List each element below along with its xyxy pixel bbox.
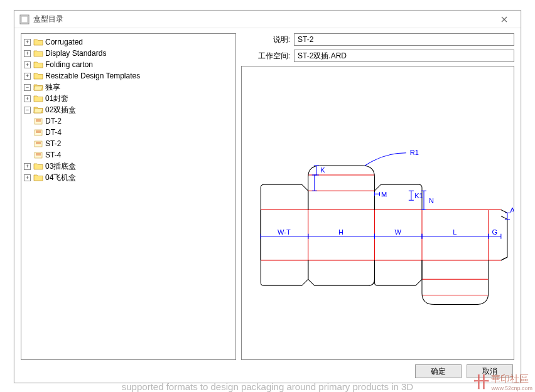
svg-rect-3 [35, 130, 42, 135]
tree-item-03[interactable]: + 03插底盒 [23, 161, 234, 172]
folder-icon [33, 94, 43, 103]
tree-label: Resizable Design Templates [45, 72, 140, 80]
folder-open-icon [33, 105, 43, 114]
folder-icon [33, 72, 43, 80]
expand-icon[interactable]: + [24, 39, 31, 46]
tree-item-01[interactable]: + 01封套 [23, 93, 234, 104]
dim-n: N [429, 197, 434, 204]
tree-item-02[interactable]: − 02双插盒 [23, 104, 234, 115]
expand-icon[interactable]: + [24, 61, 31, 68]
tree-panel[interactable]: + Corrugated + Display Standards [21, 33, 236, 360]
folder-icon [33, 60, 43, 69]
expand-icon[interactable]: + [24, 163, 31, 170]
close-icon [501, 16, 507, 23]
svg-rect-4 [35, 141, 42, 147]
folder-open-icon [33, 83, 43, 92]
preview-panel: R1 K M K1 N A W-T H W L G [241, 66, 514, 360]
dim-k1: K1 [414, 192, 423, 199]
titlebar: 盒型目录 [14, 11, 521, 28]
close-button[interactable] [493, 13, 516, 26]
dim-h: H [338, 228, 343, 236]
tree-label: ST-4 [45, 151, 61, 159]
dieline-drawing: R1 K M K1 N A W-T H W L G [242, 66, 514, 359]
box-icon [33, 139, 43, 148]
tree-label: 01封套 [45, 93, 68, 104]
expand-icon[interactable]: + [24, 50, 31, 57]
dim-m: M [381, 191, 387, 198]
tree-item-display-standards[interactable]: + Display Standards [23, 48, 234, 59]
dim-wt: W-T [278, 228, 291, 236]
folder-icon [33, 173, 43, 182]
content-area: + Corrugated + Display Standards [14, 28, 521, 360]
tree-item-st2[interactable]: ST-2 [23, 138, 234, 149]
dialog: 盒型目录 + Corrugated [14, 10, 521, 383]
tree-label: 02双插盒 [45, 105, 76, 115]
ok-button[interactable]: 确定 [415, 364, 462, 378]
svg-rect-1 [21, 16, 28, 23]
tree-label: 独享 [45, 82, 60, 93]
tree: + Corrugated + Display Standards [23, 36, 234, 183]
expand-icon[interactable]: + [24, 73, 31, 80]
tree-label: ST-2 [45, 139, 61, 148]
app-icon [19, 14, 30, 24]
tree-item-corrugated[interactable]: + Corrugated [23, 36, 234, 48]
tree-item-dt2[interactable]: DT-2 [23, 115, 234, 127]
dim-l: L [453, 228, 457, 236]
expand-icon[interactable]: + [24, 95, 31, 102]
workspace-label: 工作空间: [241, 51, 290, 61]
dim-w: W [394, 228, 401, 236]
right-panel: 说明: 工作空间: [241, 33, 514, 360]
box-icon [33, 117, 43, 125]
tree-label: 04飞机盒 [45, 172, 76, 183]
tree-label: 03插底盒 [45, 161, 76, 172]
tree-label: Corrugated [45, 38, 83, 46]
tree-label: Folding carton [45, 60, 93, 69]
tree-item-exclusive[interactable]: − 独享 [23, 82, 234, 93]
folder-icon [33, 38, 43, 46]
tree-label: DT-2 [45, 117, 62, 125]
folder-icon [33, 162, 43, 171]
desc-label: 说明: [241, 34, 290, 45]
folder-icon [33, 49, 43, 58]
workspace-input[interactable] [294, 50, 514, 62]
svg-rect-5 [35, 152, 42, 158]
workspace-field-row: 工作空间: [241, 50, 514, 62]
box-icon [33, 128, 43, 137]
tree-label: Display Standards [45, 49, 106, 58]
tree-item-04[interactable]: + 04飞机盒 [23, 172, 234, 183]
dim-k: K [320, 166, 325, 174]
collapse-icon[interactable]: − [24, 84, 31, 91]
desc-field-row: 说明: [241, 33, 514, 46]
expand-icon[interactable]: + [24, 174, 31, 181]
tree-label: DT-4 [45, 128, 62, 137]
tree-item-folding-carton[interactable]: + Folding carton [23, 59, 234, 70]
dim-a: A [510, 207, 514, 215]
footer-text: supported formats to design packaging ar… [0, 381, 535, 392]
collapse-icon[interactable]: − [24, 107, 31, 114]
tree-item-dt4[interactable]: DT-4 [23, 127, 234, 138]
desc-input[interactable] [294, 33, 514, 46]
svg-rect-2 [35, 119, 42, 124]
tree-item-resizable-templates[interactable]: + Resizable Design Templates [23, 70, 234, 82]
dim-g: G [492, 228, 497, 236]
tree-item-st4[interactable]: ST-4 [23, 149, 234, 161]
button-bar: 确定 取消 [14, 360, 521, 383]
window-title: 盒型目录 [33, 14, 493, 24]
cancel-button[interactable]: 取消 [467, 364, 513, 378]
dim-r1: R1 [410, 149, 419, 156]
box-icon [33, 151, 43, 159]
